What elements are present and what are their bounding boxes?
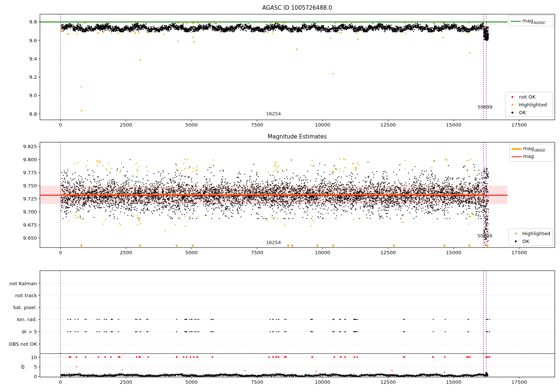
svg-text:15000: 15000 — [446, 122, 461, 128]
svg-text:2500: 2500 — [120, 379, 132, 385]
orange-line-swatch — [510, 148, 523, 150]
svg-text:2500: 2500 — [120, 250, 132, 255]
orange-dot-swatch — [509, 233, 522, 234]
axes-frame — [40, 271, 555, 377]
svg-text:9.2: 9.2 — [29, 74, 37, 80]
svg-text:5: 5 — [34, 364, 37, 370]
svg-text:9.675: 9.675 — [23, 222, 37, 228]
svg-text:5000: 5000 — [185, 122, 197, 128]
plot3-ylabel: dr — [20, 359, 29, 374]
svg-text:10000: 10000 — [315, 379, 330, 385]
svg-text:9.650: 9.650 — [23, 235, 37, 241]
legend-label: OK — [519, 110, 526, 115]
svg-text:10: 10 — [31, 355, 37, 360]
svg-text:17500: 17500 — [511, 122, 527, 128]
legend-item-mag: mag — [510, 153, 553, 161]
black-dot-swatch — [509, 240, 522, 242]
svg-text:Ion. rad.: Ion. rad. — [17, 317, 37, 322]
svg-text:16254: 16254 — [266, 240, 281, 245]
svg-text:15000: 15000 — [446, 250, 461, 255]
legend-label: Highlighted — [519, 102, 547, 108]
plot1-title: AGASC ID 1005726488.0 — [185, 4, 409, 11]
plot1-marker-legend: not OK Highlighted OK — [505, 92, 553, 117]
svg-text:0: 0 — [59, 122, 62, 128]
plot2-title: Magnitude Estimates — [185, 133, 409, 140]
plot3: 025005000750010000125001500017500not Kal… — [9, 271, 555, 385]
svg-text:9.775: 9.775 — [23, 170, 37, 175]
plot1: 0250050007500100001250015000175008.89.09… — [29, 14, 555, 128]
svg-text:not track: not track — [15, 293, 37, 298]
svg-text:9.6: 9.6 — [29, 38, 37, 43]
svg-text:0: 0 — [59, 250, 62, 255]
svg-text:9.0: 9.0 — [29, 93, 37, 98]
legend-label: OK — [522, 239, 529, 244]
svg-text:Sat. pixel.: Sat. pixel. — [13, 305, 37, 310]
plot2: 0250050007500100001250015000175009.6509.… — [23, 142, 555, 255]
svg-text:50699: 50699 — [477, 233, 492, 239]
orange-dot-swatch — [505, 104, 519, 106]
svg-text:9.725: 9.725 — [23, 196, 37, 202]
svg-text:9.700: 9.700 — [23, 209, 37, 215]
figure: 0250050007500100001250015000175008.89.09… — [0, 0, 560, 392]
svg-text:5000: 5000 — [185, 250, 197, 255]
plot2-line-legend: magOBSID mag — [509, 144, 554, 162]
svg-text:7500: 7500 — [251, 250, 263, 255]
svg-text:12500: 12500 — [380, 250, 396, 255]
svg-text:8.8: 8.8 — [29, 111, 37, 117]
legend-item-highlighted: Highlighted — [505, 101, 552, 109]
svg-text:0: 0 — [59, 379, 62, 385]
svg-text:15000: 15000 — [446, 379, 461, 385]
legend-label: Highlighted — [522, 231, 550, 236]
plot2-marker-legend: Highlighted OK — [508, 228, 553, 246]
svg-text:17500: 17500 — [511, 250, 527, 255]
svg-text:dr > 5: dr > 5 — [22, 329, 37, 335]
svg-text:12500: 12500 — [380, 122, 396, 128]
red-dot-swatch — [505, 96, 519, 98]
svg-text:OBS not OK: OBS not OK — [9, 341, 37, 347]
green-line-swatch — [509, 21, 522, 22]
svg-text:9.800: 9.800 — [23, 157, 37, 162]
svg-text:10000: 10000 — [315, 250, 330, 255]
svg-text:2500: 2500 — [120, 122, 132, 128]
svg-text:16254: 16254 — [266, 111, 281, 116]
legend-item-ok: OK — [509, 237, 552, 245]
legend-item-mag-agasc: magAGASC — [509, 17, 553, 25]
legend-label: mag — [523, 153, 534, 160]
svg-text:50699: 50699 — [477, 104, 492, 110]
legend-item-mag-obsid: magOBSID — [510, 145, 553, 153]
svg-text:not Kalman: not Kalman — [9, 281, 37, 286]
svg-text:0: 0 — [34, 374, 37, 379]
legend-item-not-ok: not OK — [505, 93, 552, 101]
svg-text:9.825: 9.825 — [23, 144, 37, 149]
legend-item-ok: OK — [505, 109, 552, 116]
legend-label: magOBSID — [523, 146, 545, 152]
plot1-line-legend: magAGASC — [508, 15, 553, 26]
svg-text:10000: 10000 — [315, 122, 330, 128]
legend-item-highlighted: Highlighted — [509, 230, 552, 237]
black-dot-swatch — [505, 112, 519, 113]
svg-text:7500: 7500 — [251, 379, 263, 385]
svg-text:12500: 12500 — [380, 379, 396, 385]
svg-text:9.750: 9.750 — [23, 183, 37, 189]
svg-text:7500: 7500 — [251, 122, 263, 128]
chart-canvas: 0250050007500100001250015000175008.89.09… — [0, 0, 560, 392]
svg-text:5000: 5000 — [185, 379, 197, 385]
svg-text:9.4: 9.4 — [29, 56, 37, 62]
legend-label: magAGASC — [522, 18, 545, 25]
svg-text:9.8: 9.8 — [29, 19, 37, 25]
red-line-swatch — [510, 156, 523, 157]
svg-text:17500: 17500 — [511, 379, 527, 385]
legend-label: not OK — [519, 94, 535, 100]
